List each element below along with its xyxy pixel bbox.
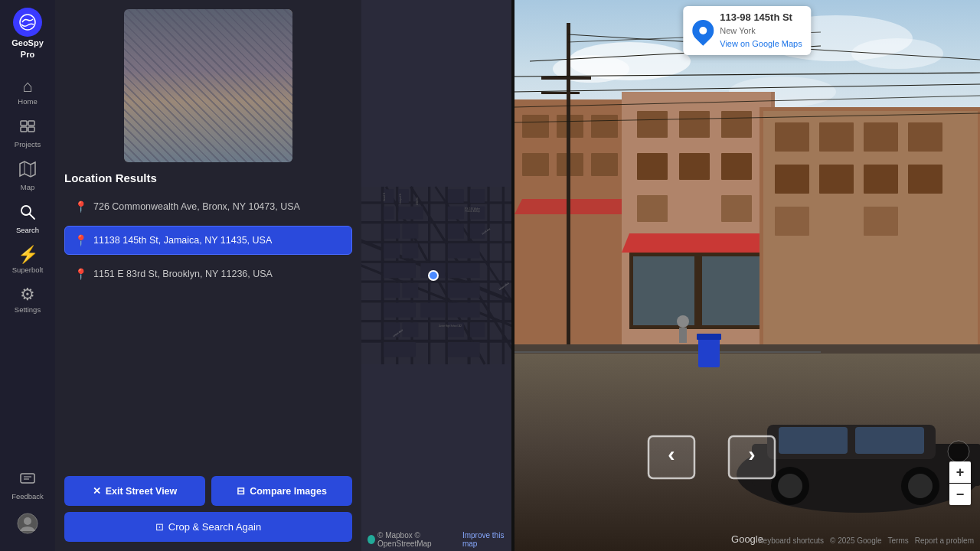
sidebar-item-map[interactable]: Map [0,155,55,197]
svg-rect-45 [448,189,464,203]
compare-images-button[interactable]: ⊟ Compare Images [211,476,352,506]
mapbox-attribution: © Mapbox © OpenStreetMap Improve this ma… [368,531,511,548]
app-name-text: GeoSpy [11,38,44,48]
mapbox-circle-icon [368,535,375,544]
result-address-1: 726 Commonwealth Ave, Bronx, NY 10473, U… [93,201,300,212]
street-view-image[interactable]: ‹ › 113-98 145th St New York View on Goo… [514,0,980,551]
app-subtitle-text: Pro [21,50,34,60]
svg-rect-50 [470,223,485,238]
svg-rect-109 [775,165,809,194]
svg-rect-2 [28,121,34,126]
svg-rect-29 [361,300,511,302]
crop-icon: ⊡ [155,521,164,533]
sidebar-search-label: Search [16,226,39,234]
svg-rect-105 [775,122,809,152]
crop-search-again-label: Crop & Search Again [168,521,261,533]
svg-point-134 [778,474,802,498]
svg-rect-106 [819,122,854,152]
svg-rect-39 [384,207,394,220]
sidebar: GeoSpy Pro ⌂ Home Projects Map [0,0,55,551]
zoom-out-button[interactable]: − [949,484,971,505]
sidebar-home-label: Home [18,97,37,106]
query-image [124,9,292,162]
svg-rect-107 [864,122,898,152]
svg-rect-114 [864,207,898,236]
svg-rect-108 [908,122,942,152]
improve-map-link[interactable]: Improve this map [462,531,511,548]
sidebar-item-projects[interactable]: Projects [0,112,55,155]
svg-rect-132 [855,427,924,454]
svg-rect-89 [591,153,618,176]
svg-text:Francis Bishop: Francis Bishop [466,210,481,213]
tooltip-street: 113-98 145th St [720,11,792,23]
pin-icon-2: 📍 [74,234,87,246]
user-avatar-icon [17,513,38,537]
view-on-google-maps-link[interactable]: View on Google Maps [720,39,802,48]
svg-rect-99 [721,195,752,222]
svg-rect-111 [864,165,898,194]
svg-rect-3 [21,127,27,132]
compare-images-label: Compare Images [250,486,327,497]
sidebar-item-user[interactable] [0,507,55,543]
exit-street-view-button[interactable]: ✕ Exit Street View [64,476,205,506]
svg-rect-10 [21,474,34,483]
map-section[interactable]: P.S. 160 Walter Francis Bishop Junior Hi… [361,0,511,551]
result-item-1[interactable]: 📍 726 Commonwealth Ave, Bronx, NY 10473,… [64,192,352,221]
svg-rect-65 [384,342,416,357]
svg-rect-46 [470,189,485,203]
svg-rect-112 [908,165,942,194]
svg-rect-56 [402,283,418,298]
svg-point-145 [948,441,969,462]
terms-link[interactable]: Terms [888,536,909,545]
result-address-3: 1151 E 83rd St, Brooklyn, NY 11236, USA [93,269,273,279]
tooltip-city: New York [720,26,755,35]
svg-rect-102 [702,256,763,325]
app-logo: GeoSpy Pro [11,8,44,60]
svg-rect-124 [541,92,580,94]
home-icon: ⌂ [22,78,32,95]
location-results: Location Results 📍 726 Commonwealth Ave,… [55,167,361,476]
exit-street-view-icon: ✕ [93,485,101,497]
svg-rect-131 [779,427,848,454]
svg-rect-1 [21,121,27,126]
crop-search-again-button[interactable]: ⊡ Crop & Search Again [64,512,352,542]
map-background[interactable]: P.S. 160 Walter Francis Bishop Junior Hi… [361,0,511,551]
settings-icon: ⚙ [20,286,35,303]
svg-rect-140 [679,328,687,343]
svg-rect-62 [402,322,418,337]
svg-rect-41 [384,223,400,238]
svg-rect-97 [721,153,752,180]
exit-street-view-label: Exit Street View [106,486,178,497]
svg-rect-22 [487,187,489,364]
svg-rect-47 [448,207,464,220]
svg-rect-98 [637,195,668,222]
svg-rect-30 [361,320,511,322]
zoom-in-button[interactable]: + [949,461,971,483]
sidebar-projects-label: Projects [15,140,41,148]
svg-point-136 [908,474,933,498]
svg-rect-55 [384,283,400,298]
query-image-container [55,0,361,167]
svg-marker-5 [20,161,35,177]
svg-rect-40 [398,207,423,220]
svg-rect-92 [637,111,668,138]
svg-rect-137 [698,337,720,367]
location-results-title: Location Results [64,171,352,184]
result-item-3[interactable]: 📍 1151 E 83rd St, Brooklyn, NY 11236, US… [64,259,352,289]
svg-rect-87 [522,153,549,176]
sidebar-item-home[interactable]: ⌂ Home [0,72,55,112]
svg-rect-51 [448,243,480,258]
sidebar-item-settings[interactable]: ⚙ Settings [0,280,55,320]
sidebar-item-search[interactable]: Search [0,197,55,240]
report-problem-link[interactable]: Report a problem [915,536,974,545]
sidebar-item-feedback[interactable]: Feedback [0,464,55,507]
svg-rect-123 [541,77,591,80]
logo-icon [13,8,42,37]
svg-rect-25 [361,221,511,223]
keyboard-shortcuts-link[interactable]: Keyboard shortcuts [758,536,824,545]
svg-rect-27 [361,261,511,263]
street-view-footer-links: Keyboard shortcuts © 2025 Google Terms R… [758,536,974,545]
result-item-2[interactable]: 📍 11138 145th St, Jamaica, NY 11435, USA [64,226,352,255]
sidebar-item-superbolt[interactable]: ⚡ Superbolt [0,240,55,280]
svg-rect-64 [470,322,485,337]
